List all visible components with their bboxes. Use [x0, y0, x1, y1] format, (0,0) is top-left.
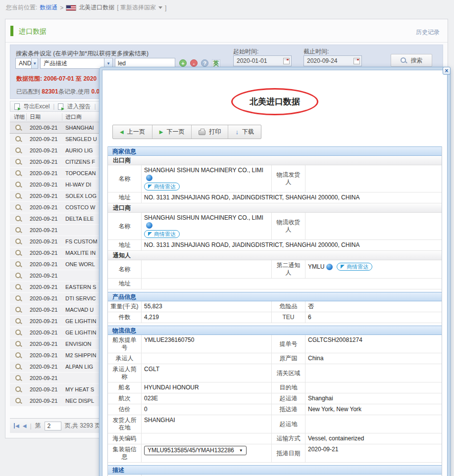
magnifier-icon[interactable]	[15, 227, 22, 234]
magnifier-icon[interactable]	[15, 238, 22, 245]
globe-icon[interactable]	[146, 175, 152, 181]
page-label: 第	[35, 422, 41, 430]
magnifier-icon[interactable]	[15, 216, 22, 222]
globe-icon[interactable]	[146, 222, 152, 229]
magnifier-icon[interactable]	[15, 330, 22, 336]
first-page-icon[interactable]: ◀	[14, 423, 19, 428]
search-icon	[401, 57, 407, 64]
detail-row: 名称SHANGHAI SISHUN MACHINERY CO., LIMI商情雷…	[108, 165, 442, 192]
language-toggle-button[interactable]: 英	[212, 59, 220, 67]
business-radar-badge[interactable]: 商情雷达	[144, 183, 180, 190]
field-value: YMLU9513585/45/YMAH132286▼	[142, 444, 272, 462]
field-value: CGLTCSH20081274	[305, 335, 442, 353]
magnifier-icon[interactable]	[15, 204, 22, 211]
breadcrumb-home-link[interactable]: 数据通	[40, 3, 57, 12]
history-link[interactable]: 历史记录	[416, 28, 440, 37]
field-label: 集装箱信息	[108, 444, 142, 462]
breadcrumb: 您当前位置: 数据通 > 北美进口数据 [ 重新选择国家 ]	[6, 3, 166, 12]
remove-condition-button[interactable]: -	[190, 59, 198, 67]
help-button[interactable]: ?	[201, 59, 208, 67]
magnifier-icon[interactable]	[15, 273, 22, 279]
magnifier-icon[interactable]	[15, 284, 22, 290]
date-cell: 2020-09-21	[27, 352, 62, 358]
boolean-operator-select[interactable]: AND ▼	[15, 58, 38, 69]
next-page-button[interactable]: ▶下一页	[152, 125, 192, 139]
magnifier-icon[interactable]	[15, 136, 22, 143]
magnifier-icon[interactable]	[15, 295, 22, 302]
magnifier-icon[interactable]	[15, 250, 22, 256]
magnifier-icon[interactable]	[15, 318, 22, 325]
field-label: 发货人所在地	[108, 415, 142, 433]
column-header-date[interactable]: 日期	[27, 113, 62, 121]
field-value: NO. 3131 JINSHAJIANG ROAD, JIADINGDISTRI…	[142, 240, 442, 250]
magnifier-icon[interactable]	[15, 398, 22, 404]
date-cell: 2020-09-21	[27, 250, 62, 256]
detail-row: 海关编码运输方式Vessel, containerized	[108, 433, 442, 444]
date-cell: 2020-09-21	[27, 386, 62, 392]
prev-page-icon[interactable]: ◀	[23, 423, 27, 428]
magnifier-icon[interactable]	[15, 341, 22, 347]
print-page-button[interactable]: 打印	[192, 125, 228, 139]
start-date-input[interactable]: 2020-01-01	[233, 55, 292, 66]
date-cell: 2020-09-21	[27, 330, 62, 335]
magnifier-icon[interactable]	[15, 307, 22, 313]
search-field-value: 产品描述	[44, 59, 67, 68]
prev-page-button[interactable]: ◀上一页	[113, 125, 152, 139]
magnifier-icon[interactable]	[15, 364, 22, 370]
field-label: 海关编码	[108, 433, 142, 444]
calendar-icon[interactable]	[283, 58, 290, 64]
detail-row: 集装箱信息YMLU9513585/45/YMAH132286▼抵港日期2020-…	[108, 444, 442, 463]
field-label: 第二通知人	[272, 260, 305, 278]
pagination-separator: |	[30, 423, 31, 429]
search-hint: (在单词中加*用以获得更多搜索结果)	[53, 50, 149, 57]
chevron-down-icon[interactable]	[158, 6, 162, 9]
field-label: 提单号	[272, 335, 305, 353]
detail-cell	[10, 307, 27, 313]
field-value: 55,823	[142, 301, 272, 312]
search-button[interactable]: 搜索	[391, 54, 432, 67]
magnifier-icon[interactable]	[15, 170, 22, 177]
field-value: China	[305, 353, 442, 364]
magnifier-icon[interactable]	[15, 261, 22, 268]
close-icon[interactable]: ×	[443, 67, 451, 75]
field-label: 清关区域	[272, 364, 305, 382]
add-condition-button[interactable]: +	[179, 59, 187, 67]
business-radar-label: 商情雷达	[154, 231, 176, 238]
business-radar-label: 商情雷达	[347, 263, 368, 271]
field-label: 承运人简称	[108, 364, 142, 382]
calendar-icon[interactable]	[353, 58, 360, 64]
business-radar-badge[interactable]: 商情雷达	[337, 263, 372, 271]
field-label: 运输方式	[272, 433, 305, 444]
magnifier-icon[interactable]	[15, 125, 22, 131]
select-arrow-icon: ▼	[31, 58, 38, 68]
detail-row: 船名HYUNDAI HONOUR目的地	[108, 382, 442, 393]
end-date-input[interactable]: 2020-09-24	[303, 55, 362, 66]
magnifier-icon[interactable]	[15, 159, 22, 165]
detail-cell	[10, 204, 27, 211]
magnifier-icon[interactable]	[15, 386, 22, 393]
field-label: 船名	[108, 382, 142, 393]
enter-report-button[interactable]: 进入报告	[67, 102, 91, 111]
download-page-button[interactable]: ↓下载	[228, 125, 261, 139]
business-radar-badge[interactable]: 商情雷达	[144, 230, 180, 238]
detail-cell	[10, 364, 27, 370]
field-label: 地址	[108, 240, 142, 250]
date-cell: 2020-09-21	[27, 170, 62, 176]
detail-cell	[10, 261, 27, 268]
magnifier-icon[interactable]	[15, 193, 22, 199]
magnifier-icon[interactable]	[15, 375, 22, 381]
magnifier-icon[interactable]	[15, 352, 22, 359]
detail-row: 地址NO. 3131 JINSHAJIANG ROAD, JIADINGDIST…	[108, 192, 442, 203]
container-info-select[interactable]: YMLU9513585/45/YMAH132286▼	[144, 446, 247, 455]
export-excel-button[interactable]: 导出Excel	[23, 102, 50, 111]
column-header-detail[interactable]: 详细	[10, 113, 27, 121]
globe-icon[interactable]	[326, 264, 333, 270]
date-cell: 2020-09-21	[27, 147, 62, 153]
detail-table: 商家信息出口商名称SHANGHAI SISHUN MACHINERY CO., …	[107, 146, 442, 476]
magnifier-icon[interactable]	[15, 182, 22, 188]
page-number-input[interactable]: 2	[45, 422, 61, 430]
modal-toolbar: ◀上一页▶下一页打印↓下载	[112, 125, 261, 139]
detail-cell	[10, 216, 27, 222]
magnifier-icon[interactable]	[15, 147, 22, 154]
field-label: TEU	[272, 312, 305, 323]
